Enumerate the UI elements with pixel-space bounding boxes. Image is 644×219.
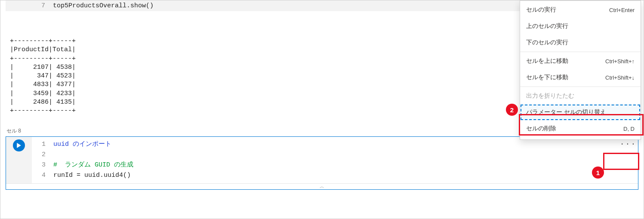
menu-item[interactable]: パラメーター セルの切り替え <box>520 104 641 120</box>
menu-item[interactable]: セルの削除D, D <box>520 120 641 137</box>
callout-badge-2: 2 <box>506 104 518 116</box>
menu-item-label: 下のセルの実行 <box>526 39 568 46</box>
menu-item: 出力を折りたたむ <box>520 88 641 104</box>
callout-badge-1: 1 <box>592 167 604 179</box>
menu-item[interactable]: 下のセルの実行 <box>520 34 641 51</box>
menu-item-shortcut: Ctrl+Enter <box>609 7 635 13</box>
menu-item-label: セルの削除 <box>526 125 556 133</box>
line-number: 1 <box>32 139 46 150</box>
cell8-run-column <box>6 137 32 183</box>
menu-item[interactable]: 上のセルの実行 <box>520 18 641 34</box>
code-line[interactable]: runId = uuid.uuid4() <box>53 170 638 181</box>
menu-item[interactable]: セルを上に移動Ctrl+Shift+↑ <box>520 53 641 69</box>
menu-item-label: セルを上に移動 <box>526 57 568 65</box>
menu-item-label: セルを下に移動 <box>526 74 568 81</box>
menu-item-label: パラメーター セルの切り替え <box>526 108 606 116</box>
cell-collapse-handle[interactable]: ︿ <box>6 183 638 189</box>
cell8-linenumbers: 1234 <box>32 137 53 183</box>
code-cell-8: 1234 uuid のインポート # ランダム GUID の生成runId = … <box>6 136 638 190</box>
cell8-code-area[interactable]: uuid のインポート # ランダム GUID の生成runId = uuid.… <box>53 137 638 183</box>
code-line[interactable]: uuid のインポート <box>53 139 638 150</box>
menu-separator <box>520 52 641 52</box>
menu-item-shortcut: D, D <box>623 126 635 132</box>
cell7-lineno: 7 <box>31 2 53 9</box>
menu-item[interactable]: セルの実行Ctrl+Enter <box>520 2 641 18</box>
line-number: 2 <box>32 150 46 160</box>
menu-item-label: 出力を折りたたむ <box>526 92 574 100</box>
menu-item-shortcut: Ctrl+Shift+↑ <box>605 58 635 65</box>
svg-marker-0 <box>17 143 21 148</box>
code-line[interactable] <box>53 150 638 160</box>
menu-separator <box>520 86 641 87</box>
play-icon <box>16 143 22 148</box>
run-cell-button[interactable] <box>13 139 25 151</box>
menu-item-shortcut: Ctrl+Shift+↓ <box>605 74 635 81</box>
code-line[interactable]: # ランダム GUID の生成 <box>53 160 638 170</box>
cell7-gutter <box>6 2 31 9</box>
line-number: 3 <box>32 160 46 170</box>
menu-item[interactable]: セルを下に移動Ctrl+Shift+↓ <box>520 69 641 86</box>
cell-more-button[interactable]: ··· <box>622 139 635 150</box>
menu-item-label: 上のセルの実行 <box>526 22 568 30</box>
line-number: 4 <box>32 170 46 181</box>
menu-item-label: セルの実行 <box>526 6 556 14</box>
cell-context-menu: セルの実行Ctrl+Enter上のセルの実行下のセルの実行セルを上に移動Ctrl… <box>520 0 641 140</box>
cell7-code[interactable]: top5ProductsOverall.show() <box>53 2 154 9</box>
